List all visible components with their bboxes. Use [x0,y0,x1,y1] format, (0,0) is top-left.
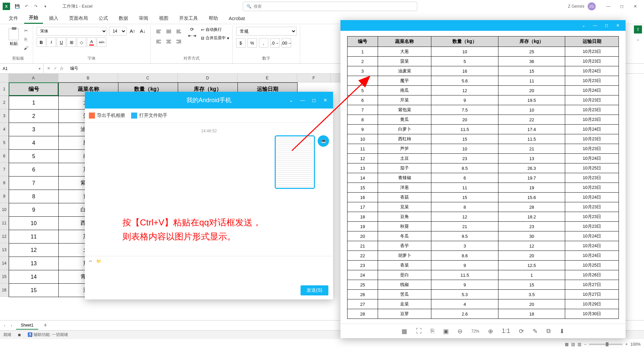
add-sheet-button[interactable]: + [41,322,50,329]
decrease-decimal-button[interactable]: .00→ [282,38,291,48]
preview-grid-icon[interactable]: ▦ [401,328,407,335]
align-right-button[interactable] [174,37,183,46]
row-header[interactable]: 12 [0,230,9,243]
decrease-font-icon[interactable]: A↓ [139,28,147,34]
border-button[interactable]: ⊞ [67,38,76,47]
fill-color-button[interactable]: ◇ [77,38,86,47]
tab-acrobat[interactable]: Acrobat [224,14,250,23]
row-header[interactable]: 6 [0,149,9,163]
share-button[interactable]: ⇪ [634,25,642,33]
redo-icon[interactable]: ↷ [32,3,40,10]
undo-icon[interactable]: ↶ [23,3,30,10]
zoom-in-button[interactable]: + [625,342,628,347]
preview-zoom-in-icon[interactable]: ⊕ [488,328,493,335]
column-header[interactable]: C [118,74,178,82]
align-center-button[interactable] [164,37,173,46]
row-header[interactable]: 9 [0,190,9,203]
decrease-indent-button[interactable]: ⇤ [188,33,192,38]
view-page-icon[interactable]: ▤ [571,342,575,347]
maximize-button[interactable]: ◻ [616,2,628,11]
select-all-corner[interactable] [0,74,9,82]
paste-button[interactable]: 粘贴 [7,27,21,52]
underline-button[interactable]: U [57,38,66,47]
preview-zoom-out-icon[interactable]: ⊖ [458,328,463,335]
row-header[interactable]: 1 [0,82,9,96]
close-button[interactable]: ✕ [629,2,641,11]
zoom-out-button[interactable]: − [584,342,586,347]
preview-crop-icon[interactable]: ⧉ [546,328,551,335]
align-middle-button[interactable] [164,27,173,36]
row-header[interactable]: 16 [0,283,9,297]
preview-close-button[interactable]: ✕ [612,21,624,29]
qq-maximize-button[interactable]: ◻ [309,95,319,105]
minimize-button[interactable]: — [602,2,614,11]
tab-data[interactable]: 数据 [114,13,133,23]
qq-file-helper-button[interactable]: 打开文件助手 [131,113,167,119]
italic-button[interactable]: I [47,38,56,47]
preview-download-icon[interactable]: ⬇ [559,328,565,335]
row-header[interactable]: 8 [0,176,9,190]
tab-formulas[interactable]: 公式 [94,13,113,23]
row-header[interactable]: 5 [0,136,9,149]
qq-sender-avatar[interactable]: 💻 [318,135,329,147]
column-header[interactable]: B [58,74,118,82]
qq-dropdown-button[interactable]: ⌄ [286,95,296,105]
format-painter-button[interactable]: 🖌 [22,44,30,52]
ribbon-collapse-button[interactable]: ⌄ [636,37,640,42]
view-break-icon[interactable]: ▥ [578,342,581,347]
align-top-button[interactable] [154,27,163,36]
user-avatar[interactable]: ZG [588,2,596,10]
tab-review[interactable]: 审阅 [134,13,153,23]
increase-decimal-button[interactable]: .0→ [270,38,280,48]
row-header[interactable]: 4 [0,123,9,136]
bold-button[interactable]: B [37,38,46,47]
percent-button[interactable]: % [248,38,257,48]
table-header-cell[interactable]: 编号 [9,83,59,96]
qq-send-button[interactable]: 发送(S) [301,285,328,295]
cancel-formula-icon[interactable]: ✕ [47,66,50,71]
row-header[interactable]: 15 [0,270,9,283]
qq-export-album-button[interactable]: 导出手机相册 [89,113,125,119]
preview-fit-icon[interactable]: ▣ [443,328,449,335]
sheet-tab[interactable]: Sheet1 [16,322,38,330]
row-header[interactable]: 7 [0,163,9,176]
row-header[interactable]: 3 [0,109,9,123]
qq-folder-icon[interactable]: 📁 [96,259,101,264]
font-name-select[interactable]: 宋体 [37,27,107,36]
macro-record-icon[interactable]: ⏺ [17,333,21,337]
preview-minimize-button[interactable]: — [589,21,601,29]
align-left-button[interactable] [154,37,163,46]
row-header[interactable]: 14 [0,257,9,270]
preview-actual-size-icon[interactable]: 1:1 [502,328,510,335]
row-header[interactable]: 13 [0,243,9,257]
tab-home[interactable]: 开始 [24,13,43,24]
column-header[interactable]: E [237,74,297,82]
tab-developer[interactable]: 开发工具 [174,13,203,23]
preview-edit-icon[interactable]: ✎ [533,328,538,335]
preview-expand-icon[interactable]: ⛶ [416,328,422,335]
preview-body[interactable]: 编号蔬菜名称数量（kg）库存（kg）运输日期1大葱102510月23日2菠菜53… [340,31,626,324]
tab-insert[interactable]: 插入 [44,13,63,23]
tab-page-layout[interactable]: 页面布局 [64,13,93,23]
zoom-level[interactable]: 100% [630,342,641,347]
font-size-select[interactable]: 14 [109,27,126,36]
row-header[interactable]: 10 [0,203,9,216]
view-normal-icon[interactable]: ▦ [565,342,569,347]
merge-center-button[interactable]: ⊟合并后居中▾ [201,35,229,41]
qq-minimize-button[interactable]: — [298,95,308,105]
qat-more-icon[interactable]: ▾ [42,3,49,10]
column-header[interactable]: A [9,74,58,82]
sheet-nav-next[interactable]: › [9,323,13,328]
enter-formula-icon[interactable]: ✓ [54,66,57,71]
tab-help[interactable]: 帮助 [204,13,223,23]
align-bottom-button[interactable] [174,27,183,36]
orientation-button[interactable]: ⟳ [188,27,196,32]
increase-indent-button[interactable]: ⇥ [193,33,196,38]
sheet-nav-prev[interactable]: ‹ [3,323,7,328]
qq-scissors-icon[interactable]: ✂ [89,259,92,264]
number-format-select[interactable]: 常规 [236,27,297,36]
fx-icon[interactable]: fx [60,66,63,71]
name-box[interactable]: A1▾ [0,64,44,73]
row-header[interactable]: 11 [0,216,9,230]
preview-dropdown-button[interactable]: ⌄ [578,21,589,29]
